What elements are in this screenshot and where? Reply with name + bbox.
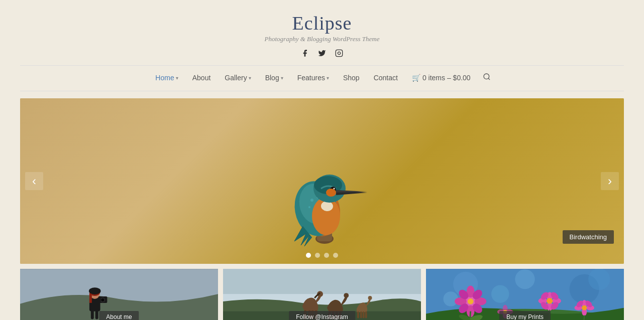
svg-point-56 (588, 269, 610, 290)
nav-home-chevron: ▾ (176, 75, 178, 81)
svg-rect-48 (365, 311, 367, 318)
nav-features-label: Features (297, 74, 325, 82)
svg-line-3 (488, 78, 490, 80)
nav-item-blog[interactable]: Blog ▾ (258, 72, 290, 84)
svg-point-44 (344, 293, 349, 298)
svg-rect-33 (223, 269, 421, 294)
search-button[interactable] (478, 71, 496, 85)
social-icons (0, 48, 644, 58)
svg-point-2 (484, 74, 489, 79)
svg-rect-31 (95, 310, 98, 319)
nav-item-features[interactable]: Features ▾ (290, 72, 336, 84)
nav-cart[interactable]: 🛒 0 items – $0.00 (405, 72, 478, 84)
thumbnail-instagram[interactable]: Follow @Instagram (223, 269, 421, 320)
cart-label: 0 items – $0.00 (422, 74, 471, 82)
slider-dot-4[interactable] (333, 253, 338, 258)
svg-rect-46 (360, 311, 362, 318)
site-tagline: Photography & Blogging WordPress Theme (0, 35, 644, 43)
hero-slider: ‹ › Birdwatching (20, 98, 624, 264)
thumbnails-row: About me (20, 269, 624, 320)
main-nav: Home ▾ About Gallery ▾ Blog ▾ Features ▾… (20, 65, 624, 91)
nav-features-chevron: ▾ (327, 75, 329, 81)
svg-rect-0 (336, 50, 342, 56)
svg-rect-45 (357, 311, 359, 318)
nav-about-label: About (192, 74, 211, 82)
svg-point-11 (308, 206, 310, 208)
svg-rect-30 (91, 310, 94, 319)
svg-point-26 (89, 287, 101, 294)
cart-icon: 🛒 (412, 74, 420, 82)
svg-point-54 (443, 291, 458, 306)
thumbnail-about-me[interactable]: About me (20, 269, 218, 320)
prev-arrow-icon: ‹ (32, 174, 36, 188)
slider-dot-2[interactable] (315, 253, 320, 258)
instagram-icon[interactable] (334, 48, 344, 58)
site-header: Eclipse Photography & Blogging WordPress… (0, 0, 644, 65)
slider-dot-1[interactable] (306, 253, 311, 258)
thumb-label-2: Follow @Instagram (289, 311, 355, 320)
slider-dots (306, 253, 338, 258)
nav-gallery-chevron: ▾ (249, 75, 251, 81)
nav-shop-label: Shop (343, 74, 360, 82)
slider-dot-3[interactable] (324, 253, 329, 258)
svg-point-29 (101, 298, 104, 301)
svg-point-78 (547, 298, 553, 304)
nav-item-contact[interactable]: Contact (367, 72, 405, 84)
nav-item-about[interactable]: About (185, 72, 218, 84)
nav-blog-chevron: ▾ (281, 75, 283, 81)
site-title: Eclipse (0, 12, 644, 34)
thumbnail-prints[interactable]: Buy my Prints (426, 269, 624, 320)
svg-point-9 (310, 199, 313, 202)
twitter-icon[interactable] (317, 48, 327, 58)
nav-item-gallery[interactable]: Gallery ▾ (218, 72, 258, 84)
kingfisher-bird (247, 111, 397, 251)
nav-home-label: Home (155, 74, 174, 82)
slider-next-button[interactable]: › (601, 172, 619, 190)
next-arrow-icon: › (608, 174, 612, 188)
thumb-label-3: Buy my Prints (499, 311, 551, 320)
svg-point-52 (515, 269, 534, 289)
svg-point-85 (582, 305, 587, 310)
nav-gallery-label: Gallery (225, 74, 247, 82)
nav-item-home[interactable]: Home ▾ (148, 72, 185, 84)
slider-prev-button[interactable]: ‹ (25, 172, 43, 190)
slider-label: Birdwatching (563, 230, 614, 244)
svg-point-55 (491, 285, 509, 302)
nav-item-shop[interactable]: Shop (336, 72, 367, 84)
thumb-label-1: About me (99, 311, 139, 320)
nav-contact-label: Contact (374, 74, 398, 82)
slider-background (20, 98, 624, 264)
svg-point-20 (326, 189, 336, 197)
svg-point-69 (468, 298, 474, 304)
nav-blog-label: Blog (265, 74, 279, 82)
svg-point-49 (368, 296, 372, 300)
facebook-icon[interactable] (300, 48, 310, 58)
svg-rect-47 (363, 311, 365, 318)
svg-rect-25 (89, 293, 92, 303)
